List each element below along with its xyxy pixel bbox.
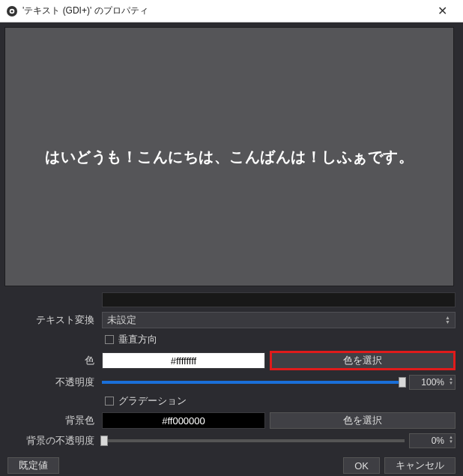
vertical-row: 垂直方向 (105, 333, 456, 346)
spin-arrows-icon-2: ▲▼ (449, 435, 453, 444)
bg-color-label: 背景色 (7, 414, 97, 427)
color-label: 色 (7, 354, 97, 367)
ok-button[interactable]: OK (343, 457, 380, 474)
bg-opacity-spinbox[interactable]: 0% ▲▼ (409, 433, 456, 448)
window-title: 'テキスト (GDI+)' のプロパティ (22, 4, 427, 17)
choose-color-label: 色を選択 (343, 354, 382, 367)
choose-bg-color-label: 色を選択 (343, 414, 382, 427)
bg-opacity-value: 0% (432, 436, 444, 446)
text-transform-value: 未設定 (107, 313, 136, 327)
content-area: はいどうも！こんにちは、こんばんは！しふぁです。 テキスト変換 未設定 ▲▼ 垂… (0, 22, 463, 448)
opacity-row: 不透明度 100% ▲▼ (7, 375, 456, 390)
titlebar: 'テキスト (GDI+)' のプロパティ ✕ (0, 0, 463, 22)
defaults-label: 既定値 (19, 459, 48, 472)
bg-opacity-slider[interactable] (102, 439, 405, 442)
text-transform-label: テキスト変換 (7, 313, 97, 327)
opacity-value: 100% (421, 377, 444, 388)
cancel-button[interactable]: キャンセル (384, 457, 456, 474)
cancel-label: キャンセル (396, 459, 444, 472)
bg-color-value: #ff000000 (162, 415, 205, 427)
text-transform-select[interactable]: 未設定 ▲▼ (102, 312, 456, 328)
text-input-row (7, 292, 456, 307)
vertical-checkbox[interactable] (105, 335, 114, 344)
bg-color-row: 背景色 #ff000000 色を選択 (7, 412, 456, 429)
gradient-row: グラデーション (105, 394, 456, 408)
vertical-label: 垂直方向 (118, 333, 157, 346)
opacity-spinbox[interactable]: 100% ▲▼ (409, 375, 456, 390)
defaults-button[interactable]: 既定値 (7, 457, 59, 474)
opacity-slider-thumb[interactable] (399, 377, 406, 388)
choose-bg-color-button[interactable]: 色を選択 (270, 412, 456, 429)
properties-form: テキスト変換 未設定 ▲▼ 垂直方向 色 #ffffffff 色を選択 不透明度 (4, 292, 459, 448)
select-arrows-icon: ▲▼ (445, 316, 450, 325)
bg-opacity-label: 背景の不透明度 (7, 434, 97, 448)
color-row: 色 #ffffffff 色を選択 (7, 351, 456, 370)
opacity-label: 不透明度 (7, 376, 97, 389)
opacity-slider[interactable] (102, 381, 405, 384)
bg-opacity-slider-thumb[interactable] (100, 436, 108, 446)
text-transform-row: テキスト変換 未設定 ▲▼ (7, 312, 456, 328)
close-button[interactable]: ✕ (427, 1, 457, 22)
gradient-label: グラデーション (118, 394, 187, 408)
choose-color-button[interactable]: 色を選択 (270, 351, 456, 370)
svg-point-2 (10, 10, 13, 12)
spin-arrows-icon: ▲▼ (449, 376, 453, 385)
bg-color-value-input[interactable]: #ff000000 (102, 412, 265, 429)
text-value-input[interactable] (102, 292, 456, 307)
bg-opacity-row: 背景の不透明度 0% ▲▼ (7, 433, 456, 448)
footer: 既定値 OK キャンセル (0, 453, 463, 476)
preview-text: はいどうも！こんにちは、こんばんは！しふぁです。 (45, 147, 414, 167)
color-value: #ffffffff (171, 355, 196, 367)
app-icon (6, 5, 18, 17)
ok-label: OK (354, 460, 369, 472)
color-value-input[interactable]: #ffffffff (102, 352, 265, 369)
preview-panel: はいどうも！こんにちは、こんばんは！しふぁです。 (4, 27, 454, 286)
gradient-checkbox[interactable] (105, 397, 114, 406)
